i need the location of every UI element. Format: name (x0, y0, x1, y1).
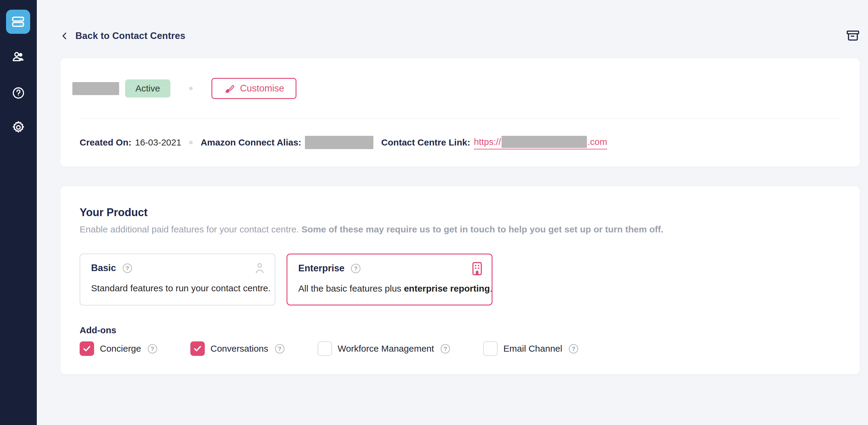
person-icon (254, 261, 266, 275)
addon-label: Conversations (211, 343, 269, 354)
help-icon (12, 86, 25, 100)
building-icon (472, 262, 483, 276)
plan-head: Enterprise ? (298, 263, 361, 274)
plan-name: Basic (91, 263, 116, 274)
check-icon (82, 344, 91, 353)
link-prefix: https:// (474, 137, 501, 147)
desc-bold: enterprise reporting (404, 283, 490, 293)
plan-head: Basic ? (91, 263, 132, 274)
checkbox-checked[interactable] (190, 341, 205, 356)
help-circle-icon[interactable]: ? (441, 344, 450, 353)
back-label: Back to Contact Centres (75, 30, 185, 41)
help-circle-icon[interactable]: ? (275, 344, 284, 353)
amazon-connect-alias-redacted (305, 136, 373, 149)
archive-button[interactable] (843, 28, 863, 44)
app-logo[interactable] (6, 10, 30, 34)
amazon-connect-alias-label: Amazon Connect Alias: (200, 137, 301, 148)
help-circle-icon[interactable]: ? (351, 264, 361, 273)
addon-label: Workforce Management (338, 343, 434, 354)
back-to-contact-centres-link[interactable]: Back to Contact Centres (60, 29, 185, 43)
link-redacted (501, 136, 587, 148)
addons-title: Add-ons (80, 325, 116, 335)
addons-row: Concierge ? Conversations ? Workforce Ma… (80, 341, 578, 356)
server-stack-icon (11, 15, 25, 29)
page-title: Your Product (80, 206, 148, 219)
plan-description: All the basic features plus enterprise r… (298, 283, 493, 294)
dot-separator (189, 87, 193, 90)
addon-conversations[interactable]: Conversations ? (190, 341, 284, 356)
chevron-left-icon (60, 31, 69, 41)
card-divider (80, 119, 841, 119)
contact-centre-link[interactable]: https:// .com (474, 136, 607, 149)
check-icon (193, 344, 202, 353)
settings-icon (11, 120, 25, 134)
status-badge: Active (125, 79, 170, 97)
customise-label: Customise (240, 83, 284, 94)
summary-meta-row: Created On: 16-03-2021 Amazon Connect Al… (80, 134, 607, 151)
plan-options: Basic ? Standard features to run your co… (80, 254, 493, 306)
created-on-value: 16-03-2021 (135, 137, 181, 148)
subtitle-normal: Enable additional paid features for your… (80, 224, 301, 234)
link-suffix: .com (588, 137, 607, 147)
checkbox-unchecked[interactable] (483, 341, 498, 356)
help-circle-icon[interactable]: ? (148, 344, 157, 353)
dot-separator (189, 141, 193, 144)
contact-centre-summary-card: Active Customise Created On: 16-03-2021 … (60, 58, 860, 167)
help-circle-icon[interactable]: ? (569, 344, 578, 353)
addon-concierge[interactable]: Concierge ? (80, 341, 157, 356)
help-circle-icon[interactable]: ? (123, 263, 132, 273)
customise-button[interactable]: Customise (211, 78, 297, 99)
created-on-label: Created On: (80, 137, 131, 148)
sidebar (0, 0, 37, 425)
desc-suffix: . (490, 283, 492, 293)
checkbox-checked[interactable] (80, 341, 94, 356)
paintbrush-icon (224, 83, 235, 94)
contact-centre-name-redacted (72, 82, 119, 95)
sidebar-item-help[interactable] (0, 86, 37, 100)
plan-card-enterprise[interactable]: Enterprise ? All the basic features plus… (286, 254, 493, 306)
addon-email-channel[interactable]: Email Channel ? (483, 341, 578, 356)
product-subtitle: Enable additional paid features for your… (80, 224, 663, 234)
users-icon (11, 50, 25, 64)
checkbox-unchecked[interactable] (318, 341, 332, 356)
plan-card-basic[interactable]: Basic ? Standard features to run your co… (80, 254, 275, 306)
summary-header-row: Active Customise (72, 78, 297, 99)
your-product-card: Your Product Enable additional paid feat… (60, 186, 860, 374)
addon-label: Email Channel (503, 343, 562, 354)
addon-label: Concierge (100, 343, 141, 354)
contact-centre-link-label: Contact Centre Link: (381, 137, 470, 148)
subtitle-bold: Some of these may require us to get in t… (301, 224, 663, 234)
addon-workforce-management[interactable]: Workforce Management ? (318, 341, 450, 356)
plan-name: Enterprise (298, 263, 344, 274)
sidebar-item-settings[interactable] (0, 120, 37, 135)
plan-description: Standard features to run your contact ce… (91, 283, 271, 293)
archive-icon (845, 29, 861, 42)
desc-prefix: All the basic features plus (298, 283, 404, 293)
sidebar-item-users[interactable] (0, 50, 37, 64)
